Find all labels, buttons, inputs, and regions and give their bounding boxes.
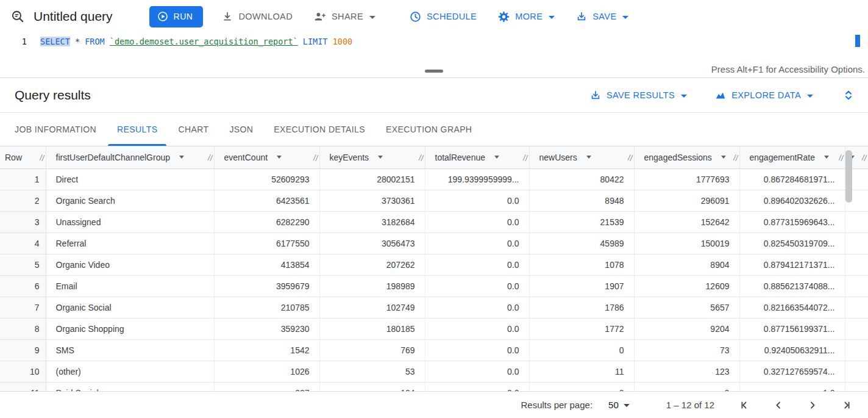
data-cell xyxy=(845,232,868,254)
editor-scrollbar[interactable] xyxy=(855,35,860,47)
data-cell: 80422 xyxy=(529,168,634,190)
results-header-actions: SAVE RESULTS EXPLORE DATA xyxy=(586,84,855,106)
data-cell: 769 xyxy=(319,339,425,361)
column-header-row: Row xyxy=(0,146,46,168)
next-page-button[interactable] xyxy=(803,396,822,414)
dropdown-arrow-icon xyxy=(681,95,687,98)
column-resize-handle[interactable] xyxy=(39,153,45,161)
more-button[interactable]: MORE xyxy=(496,5,557,27)
column-resize-handle[interactable] xyxy=(313,153,319,161)
column-header-firstuserdefaultchannelgroup[interactable]: firstUserDefaultChannelGroup xyxy=(46,146,214,168)
data-cell: 9 xyxy=(634,382,739,391)
data-cell: Organic Shopping xyxy=(46,318,214,339)
column-sort-arrow-icon[interactable] xyxy=(179,156,184,159)
data-cell: 0.0 xyxy=(425,190,529,211)
explore-data-button[interactable]: EXPLORE DATA xyxy=(711,84,817,106)
column-sort-arrow-icon[interactable] xyxy=(586,156,591,159)
data-cell: 104 xyxy=(319,382,425,391)
page-size-select[interactable]: 50 xyxy=(608,400,630,410)
column-sort-arrow-icon[interactable] xyxy=(824,156,829,159)
row-number-cell: 4 xyxy=(0,232,46,254)
column-header-totalrevenue[interactable]: totalRevenue xyxy=(425,146,529,168)
data-cell: 52609293 xyxy=(214,168,319,190)
pane-splitter[interactable] xyxy=(0,67,868,74)
data-cell: 21539 xyxy=(529,211,634,232)
sql-editor[interactable]: 1 SELECT * FROM `demo.demoset.user_acqui… xyxy=(0,33,868,62)
data-cell: Direct xyxy=(46,168,214,190)
tab-execution-graph[interactable]: EXECUTION GRAPH xyxy=(375,113,482,146)
person-add-icon xyxy=(314,11,326,22)
column-sort-arrow-icon[interactable] xyxy=(277,156,282,159)
last-page-icon xyxy=(841,399,853,411)
column-resize-handle[interactable] xyxy=(733,153,739,161)
column-resize-handle[interactable] xyxy=(522,153,528,161)
column-resize-handle[interactable] xyxy=(207,153,213,161)
save-results-label: SAVE RESULTS xyxy=(607,90,675,100)
data-cell: 1078 xyxy=(529,254,634,275)
column-resize-handle[interactable] xyxy=(861,153,867,161)
schedule-button[interactable]: SCHEDULE xyxy=(407,5,479,27)
data-cell: 6423561 xyxy=(214,190,319,211)
data-cell: Organic Search xyxy=(46,190,214,211)
table-reference-link[interactable]: `demo.demoset.user_acquisition_report` xyxy=(110,37,298,46)
column-sort-arrow-icon[interactable] xyxy=(721,156,726,159)
save-button[interactable]: SAVE xyxy=(574,5,631,27)
data-cell: 1.0 xyxy=(739,382,845,391)
gear-icon xyxy=(498,11,510,23)
data-cell: 0.327127659574... xyxy=(739,361,845,382)
data-cell: Organic Video xyxy=(46,254,214,275)
column-resize-handle[interactable] xyxy=(838,153,844,161)
last-page-button[interactable] xyxy=(838,396,856,414)
table-row: 6Email39596791989890.01907126090.8856213… xyxy=(0,275,868,297)
data-cell: 0.877156199371... xyxy=(739,318,845,339)
column-header-engagedsessions[interactable]: engagedSessions xyxy=(634,146,739,168)
code-token xyxy=(80,37,85,46)
column-sort-arrow-icon[interactable] xyxy=(378,156,383,159)
save-results-button[interactable]: SAVE RESULTS xyxy=(586,84,691,106)
column-header-eventcount[interactable]: eventCount xyxy=(214,146,319,168)
data-cell xyxy=(845,254,868,275)
tab-chart[interactable]: CHART xyxy=(168,113,219,146)
table-scrollbar[interactable] xyxy=(845,150,852,203)
run-button[interactable]: RUN xyxy=(149,6,204,27)
column-header-keyevents[interactable]: keyEvents xyxy=(319,146,425,168)
tab-execution-details[interactable]: EXECUTION DETAILS xyxy=(263,113,375,146)
data-cell: 0.0 xyxy=(425,318,529,339)
data-cell: 0.896402032626... xyxy=(739,190,845,211)
tab-json[interactable]: JSON xyxy=(219,113,263,146)
chevron-left-icon xyxy=(772,399,784,411)
tab-job-information[interactable]: JOB INFORMATION xyxy=(4,113,107,146)
splitter-grip-icon xyxy=(425,70,443,73)
code-line[interactable]: SELECT * FROM `demo.demoset.user_acquisi… xyxy=(40,35,352,48)
data-cell: 199.9399959999... xyxy=(425,168,529,190)
collapse-results-button[interactable] xyxy=(842,89,855,101)
data-cell xyxy=(845,361,868,382)
prev-page-button[interactable] xyxy=(769,396,788,414)
download-icon xyxy=(222,11,233,22)
column-resize-handle[interactable] xyxy=(627,153,633,161)
play-circle-icon xyxy=(157,11,168,22)
column-header-newusers[interactable]: newUsers xyxy=(529,146,634,168)
row-number-cell: 5 xyxy=(0,254,46,275)
data-cell: 3182684 xyxy=(319,211,425,232)
code-token: SELECT xyxy=(40,37,70,46)
column-header-engagementrate[interactable]: engagementRate xyxy=(739,146,845,168)
data-cell: Email xyxy=(46,275,214,297)
first-page-button[interactable] xyxy=(735,396,753,414)
data-cell: Paid Social xyxy=(46,382,214,391)
data-cell: 73 xyxy=(634,339,739,361)
data-cell: 0 xyxy=(529,339,634,361)
first-page-icon xyxy=(738,399,750,411)
share-button[interactable]: SHARE xyxy=(311,5,378,27)
data-cell: 0.0 xyxy=(425,382,529,391)
data-cell: 0 xyxy=(529,382,634,391)
tab-results[interactable]: RESULTS xyxy=(107,113,168,146)
download-button[interactable]: DOWNLOAD xyxy=(219,5,295,27)
column-sort-arrow-icon[interactable] xyxy=(494,156,499,159)
data-cell: 1777693 xyxy=(634,168,739,190)
row-number-cell: 8 xyxy=(0,318,46,339)
row-number-cell: 2 xyxy=(0,190,46,211)
download-button-label: DOWNLOAD xyxy=(238,12,293,21)
data-cell xyxy=(845,339,868,361)
column-resize-handle[interactable] xyxy=(418,153,424,161)
